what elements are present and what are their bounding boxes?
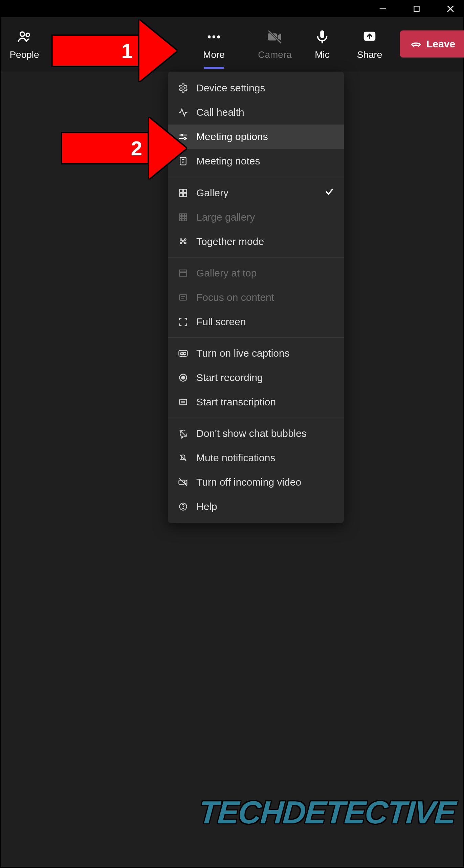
menu-mute-notifications[interactable]: Mute notifications	[168, 446, 344, 470]
menu-separator	[168, 418, 344, 418]
menu-full-screen[interactable]: Full screen	[168, 310, 344, 334]
menu-meeting-options[interactable]: Meeting options	[168, 125, 344, 149]
menu-label: Turn off incoming video	[196, 476, 334, 488]
svg-point-58	[183, 508, 183, 509]
menu-label: Large gallery	[196, 212, 334, 223]
leave-button-group: Leave	[400, 30, 464, 58]
menu-focus-on-content: Focus on content	[168, 285, 344, 310]
grid-icon	[177, 187, 189, 199]
people-label: People	[9, 49, 39, 60]
layout-top-icon	[177, 267, 189, 279]
svg-point-8	[217, 35, 220, 38]
window-close-button[interactable]	[440, 2, 461, 16]
menu-label: Don't show chat bubbles	[196, 428, 334, 439]
more-button[interactable]: More	[197, 20, 231, 68]
together-icon	[177, 236, 189, 247]
window-maximize-button[interactable]	[406, 2, 427, 16]
people-icon	[16, 27, 32, 46]
menu-device-settings[interactable]: Device settings	[168, 76, 344, 100]
svg-point-6	[208, 35, 211, 38]
menu-label: Device settings	[196, 82, 334, 94]
menu-start-transcription[interactable]: Start transcription	[168, 390, 344, 414]
menu-separator	[168, 177, 344, 177]
mic-icon	[314, 27, 330, 46]
large-grid-icon	[177, 212, 189, 223]
more-menu: Device settings Call health Meeting opti…	[168, 72, 344, 523]
menu-label: Turn on live captions	[196, 348, 334, 359]
menu-hide-chat-bubbles[interactable]: Don't show chat bubbles	[168, 421, 344, 446]
svg-rect-25	[180, 193, 183, 196]
svg-rect-35	[185, 219, 187, 221]
callout-number: 2	[61, 132, 149, 164]
svg-rect-1	[414, 6, 419, 11]
menu-label: Gallery at top	[196, 267, 334, 279]
menu-separator	[168, 337, 344, 338]
more-icon	[206, 27, 222, 46]
menu-label: Mute notifications	[196, 452, 334, 464]
menu-meeting-notes[interactable]: Meeting notes	[168, 149, 344, 173]
camera-label: Camera	[258, 49, 292, 60]
svg-point-37	[184, 239, 186, 240]
menu-live-captions[interactable]: CC Turn on live captions	[168, 341, 344, 365]
teams-meeting-window: People More	[0, 0, 464, 868]
gear-icon	[177, 82, 189, 94]
svg-rect-23	[180, 189, 183, 192]
svg-point-49	[181, 376, 184, 379]
camera-button[interactable]: Camera	[258, 20, 292, 68]
svg-rect-50	[180, 399, 187, 405]
menu-turn-off-incoming-video[interactable]: Turn off incoming video	[168, 470, 344, 494]
focus-content-icon	[177, 292, 189, 303]
share-button[interactable]: Share	[353, 20, 386, 68]
cc-icon: CC	[177, 348, 189, 359]
svg-rect-41	[180, 270, 187, 272]
window-minimize-button[interactable]	[373, 2, 393, 16]
svg-rect-27	[180, 214, 182, 216]
share-label: Share	[357, 49, 382, 60]
record-icon	[177, 372, 189, 383]
menu-call-health[interactable]: Call health	[168, 100, 344, 125]
people-button[interactable]: People	[7, 20, 41, 68]
menu-gallery-at-top: Gallery at top	[168, 261, 344, 285]
menu-label: Help	[196, 501, 334, 512]
svg-point-39	[184, 242, 186, 244]
svg-rect-32	[185, 216, 187, 218]
menu-together-mode[interactable]: Together mode	[168, 229, 344, 254]
svg-rect-33	[180, 219, 182, 221]
mic-button[interactable]: Mic	[305, 20, 339, 68]
leave-label: Leave	[426, 38, 455, 50]
svg-rect-29	[185, 214, 187, 216]
svg-line-56	[179, 478, 187, 486]
transcription-icon	[177, 396, 189, 408]
camera-off-icon	[266, 27, 283, 46]
svg-rect-42	[180, 273, 187, 276]
svg-point-7	[213, 35, 216, 38]
svg-rect-43	[180, 295, 187, 300]
window-titlebar	[1, 1, 463, 17]
hangup-icon	[410, 38, 422, 50]
leave-button[interactable]: Leave	[400, 30, 464, 58]
callout-arrow-1: 1	[51, 20, 177, 81]
menu-gallery[interactable]: Gallery	[168, 180, 344, 205]
svg-rect-28	[182, 214, 184, 216]
menu-label: Meeting notes	[196, 155, 334, 167]
menu-start-recording[interactable]: Start recording	[168, 365, 344, 390]
watermark-text: TECHDETECTIVE	[198, 794, 457, 831]
menu-label: Full screen	[196, 316, 334, 328]
chat-off-icon	[177, 428, 189, 439]
svg-rect-30	[180, 216, 182, 218]
menu-label: Focus on content	[196, 292, 334, 303]
svg-point-40	[182, 240, 184, 242]
bell-off-icon	[177, 452, 189, 464]
mic-label: Mic	[315, 49, 330, 60]
menu-label: Call health	[196, 107, 334, 118]
menu-help[interactable]: Help	[168, 494, 344, 519]
svg-point-5	[26, 33, 29, 37]
svg-point-4	[20, 32, 25, 36]
svg-rect-31	[182, 216, 184, 218]
svg-point-38	[180, 242, 182, 244]
menu-large-gallery: Large gallery	[168, 205, 344, 229]
svg-rect-26	[183, 193, 186, 196]
callout-number: 1	[51, 35, 139, 67]
arrow-head-icon	[149, 118, 186, 179]
video-off-icon	[177, 476, 189, 488]
